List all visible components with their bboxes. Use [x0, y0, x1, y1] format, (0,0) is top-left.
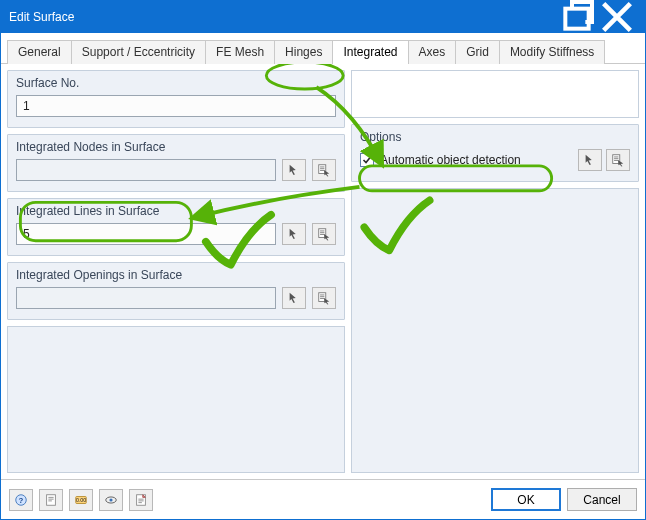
edit-surface-dialog: Edit Surface General Support / Eccentric… — [0, 0, 646, 520]
label-integrated-nodes: Integrated Nodes in Surface — [16, 140, 336, 154]
tab-modify-stiffness[interactable]: Modify Stiffness — [499, 40, 605, 64]
label-integrated-openings: Integrated Openings in Surface — [16, 268, 336, 282]
report-button[interactable] — [129, 489, 153, 511]
client-area: General Support / Eccentricity FE Mesh H… — [1, 33, 645, 519]
tab-fe-mesh[interactable]: FE Mesh — [205, 40, 275, 64]
pick-openings-button[interactable] — [282, 287, 306, 309]
group-options: Options Automatic object detection — [351, 124, 639, 182]
units-button[interactable]: 0.00 — [69, 489, 93, 511]
svg-text:0.00: 0.00 — [76, 497, 86, 503]
tab-grid[interactable]: Grid — [455, 40, 500, 64]
options-select-button[interactable] — [606, 149, 630, 171]
left-filler-panel — [7, 326, 345, 473]
restore-button[interactable] — [557, 1, 597, 33]
select-openings-button[interactable] — [312, 287, 336, 309]
label-surface-no: Surface No. — [16, 76, 336, 90]
group-integrated-nodes: Integrated Nodes in Surface — [7, 134, 345, 192]
pick-lines-button[interactable] — [282, 223, 306, 245]
group-surface-no: Surface No. — [7, 70, 345, 128]
tab-integrated[interactable]: Integrated — [332, 40, 408, 64]
ok-button[interactable]: OK — [491, 488, 561, 511]
tab-hinges[interactable]: Hinges — [274, 40, 333, 64]
close-button[interactable] — [597, 1, 637, 33]
label-integrated-lines: Integrated Lines in Surface — [16, 204, 336, 218]
label-options: Options — [360, 130, 630, 144]
footer: ? 0.00 OK Cancel — [1, 479, 645, 519]
cancel-button[interactable]: Cancel — [567, 488, 637, 511]
pick-nodes-button[interactable] — [282, 159, 306, 181]
tab-axes[interactable]: Axes — [408, 40, 457, 64]
svg-point-14 — [109, 498, 112, 501]
svg-text:?: ? — [19, 496, 24, 505]
auto-object-detection-checkbox[interactable] — [360, 153, 374, 167]
svg-rect-0 — [565, 9, 588, 29]
auto-object-detection-label: Automatic object detection — [380, 153, 521, 167]
preview-panel — [351, 70, 639, 118]
surface-no-input[interactable] — [16, 95, 336, 117]
tab-strip: General Support / Eccentricity FE Mesh H… — [1, 33, 645, 64]
group-integrated-openings: Integrated Openings in Surface — [7, 262, 345, 320]
titlebar: Edit Surface — [1, 1, 645, 33]
tab-support-eccentricity[interactable]: Support / Eccentricity — [71, 40, 206, 64]
tab-content-integrated: Surface No. Integrated Nodes in Surface — [1, 64, 645, 479]
integrated-nodes-input[interactable] — [16, 159, 276, 181]
select-lines-button[interactable] — [312, 223, 336, 245]
right-filler-panel — [351, 188, 639, 473]
options-pick-button[interactable] — [578, 149, 602, 171]
window-title: Edit Surface — [9, 10, 557, 24]
svg-rect-10 — [47, 494, 56, 505]
integrated-openings-input[interactable] — [16, 287, 276, 309]
select-nodes-button[interactable] — [312, 159, 336, 181]
tab-general[interactable]: General — [7, 40, 72, 64]
integrated-lines-input[interactable] — [16, 223, 276, 245]
help-button[interactable]: ? — [9, 489, 33, 511]
details-button[interactable] — [39, 489, 63, 511]
view-button[interactable] — [99, 489, 123, 511]
group-integrated-lines: Integrated Lines in Surface — [7, 198, 345, 256]
